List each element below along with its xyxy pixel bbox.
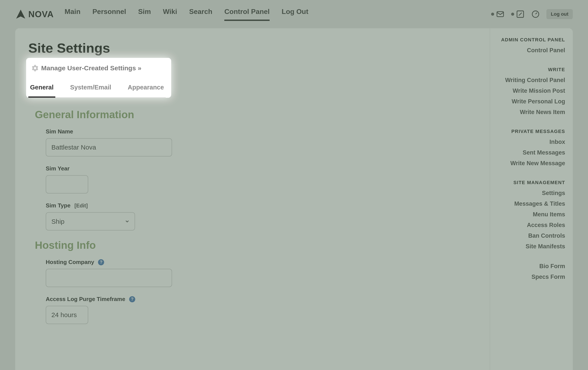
sidebar-link-bio-form[interactable]: Bio Form	[498, 263, 565, 270]
mail-badge[interactable]	[491, 10, 504, 19]
input-sim-year[interactable]	[46, 175, 88, 194]
help-icon[interactable]: ?	[98, 259, 104, 265]
sidebar-heading-admin: ADMIN CONTROL PANEL	[498, 37, 565, 43]
label-sim-type: Sim Type	[46, 202, 71, 209]
badge-dot-icon	[511, 13, 514, 16]
sidebar-link-mission-post[interactable]: Write Mission Post	[498, 87, 565, 94]
mail-icon	[496, 10, 504, 19]
logo-icon	[15, 9, 26, 20]
nav-items: Main Personnel Sim Wiki Search Control P…	[65, 8, 491, 21]
label-sim-year: Sim Year	[46, 165, 477, 172]
tab-general[interactable]: General	[28, 84, 55, 98]
sidebar-link-control-panel[interactable]: Control Panel	[498, 47, 565, 54]
select-sim-type[interactable]: Ship	[46, 212, 135, 230]
nav-sim[interactable]: Sim	[138, 8, 151, 21]
dashboard-icon[interactable]	[531, 10, 540, 19]
nav-wiki[interactable]: Wiki	[163, 8, 177, 21]
tabs: General System/Email Appearance	[28, 84, 166, 98]
sidebar-link-news-item[interactable]: Write News Item	[498, 109, 565, 116]
sidebar-link-personal-log[interactable]: Write Personal Log	[498, 98, 565, 105]
logo-text: NOVA	[28, 9, 54, 19]
write-badge[interactable]	[511, 10, 525, 19]
sidebar-link-settings[interactable]: Settings	[498, 190, 565, 196]
tab-system-email[interactable]: System/Email	[68, 84, 113, 97]
nav-right: Log out	[491, 9, 573, 19]
sidebar-link-writing-cp[interactable]: Writing Control Panel	[498, 77, 565, 83]
sidebar-link-menu-items[interactable]: Menu Items	[498, 211, 565, 218]
pencil-icon	[516, 10, 525, 19]
field-hosting-company: Hosting Company ?	[46, 259, 477, 287]
section-hosting-info: Hosting Info	[35, 239, 477, 251]
field-sim-type: Sim Type [Edit] Ship	[46, 202, 477, 230]
label-purge-timeframe: Access Log Purge Timeframe	[46, 296, 125, 303]
sidebar-heading-pm: PRIVATE MESSAGES	[498, 129, 565, 134]
help-icon[interactable]: ?	[129, 296, 135, 302]
sidebar-link-messages-titles[interactable]: Messages & Titles	[498, 200, 565, 207]
field-sim-year: Sim Year	[46, 165, 477, 194]
sidebar-link-new-msg[interactable]: Write New Message	[498, 160, 565, 167]
main-container: Site Settings Manage User-Created Settin…	[15, 28, 573, 370]
sidebar-link-site-manifests[interactable]: Site Manifests	[498, 243, 565, 250]
sidebar-link-access-roles[interactable]: Access Roles	[498, 222, 565, 228]
sidebar-link-specs-form[interactable]: Specs Form	[498, 274, 565, 280]
tab-appearance[interactable]: Appearance	[126, 84, 166, 97]
field-purge-timeframe: Access Log Purge Timeframe ?	[46, 296, 477, 324]
nav-main[interactable]: Main	[65, 8, 81, 21]
section-general-info: General Information	[35, 109, 477, 121]
field-sim-name: Sim Name	[46, 128, 477, 156]
top-nav: NOVA Main Personnel Sim Wiki Search Cont…	[0, 0, 588, 28]
sidebar-heading-site-mgmt: SITE MANAGEMENT	[498, 180, 565, 185]
sidebar-link-inbox[interactable]: Inbox	[498, 139, 565, 145]
input-hosting-company[interactable]	[46, 269, 172, 287]
sidebar-link-sent[interactable]: Sent Messages	[498, 149, 565, 156]
manage-settings-link[interactable]: Manage User-Created Settings »	[28, 62, 145, 74]
label-sim-name: Sim Name	[46, 128, 477, 135]
edit-sim-type-link[interactable]: [Edit]	[74, 203, 88, 209]
manage-link-text: Manage User-Created Settings »	[41, 64, 141, 72]
nav-personnel[interactable]: Personnel	[93, 8, 126, 21]
gear-icon	[32, 65, 39, 72]
input-purge-timeframe[interactable]	[46, 306, 88, 324]
logout-button[interactable]: Log out	[546, 9, 573, 19]
nav-search[interactable]: Search	[189, 8, 212, 21]
sidebar-link-ban-controls[interactable]: Ban Controls	[498, 232, 565, 239]
badge-dot-icon	[491, 13, 494, 16]
label-hosting-company: Hosting Company	[46, 259, 94, 266]
content-area: Site Settings Manage User-Created Settin…	[15, 28, 490, 370]
nav-logout[interactable]: Log Out	[282, 8, 308, 21]
input-sim-name[interactable]	[46, 138, 172, 156]
sidebar: ADMIN CONTROL PANEL Control Panel WRITE …	[490, 28, 573, 370]
page-title: Site Settings	[28, 40, 477, 56]
nav-control-panel[interactable]: Control Panel	[224, 8, 270, 21]
logo[interactable]: NOVA	[15, 9, 54, 20]
sidebar-heading-write: WRITE	[498, 67, 565, 72]
